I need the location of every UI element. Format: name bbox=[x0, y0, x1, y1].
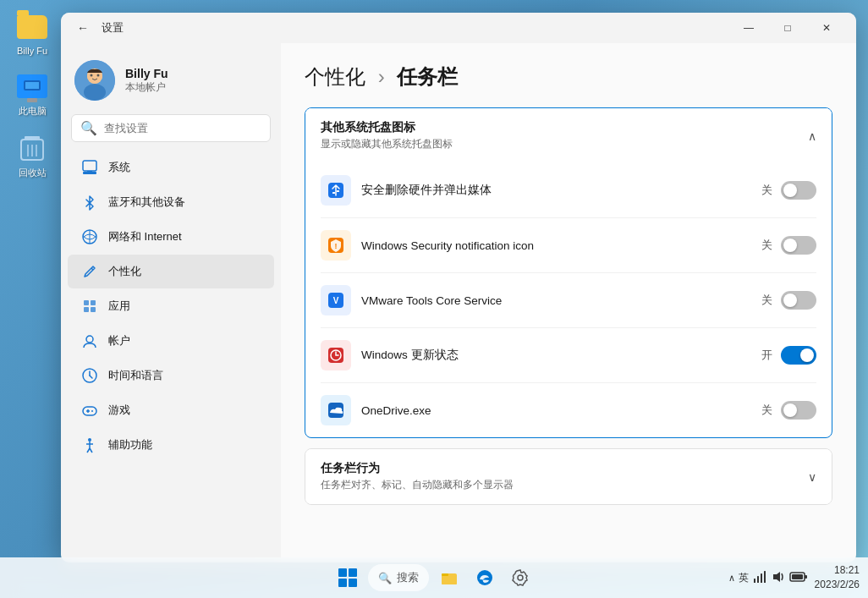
close-button[interactable]: ✕ bbox=[807, 14, 846, 41]
update-toggle[interactable] bbox=[781, 346, 816, 365]
svg-point-31 bbox=[88, 438, 91, 442]
svg-rect-47 bbox=[442, 576, 457, 584]
avatar bbox=[74, 60, 115, 101]
sidebar-item-bluetooth-label: 蓝牙和其他设备 bbox=[108, 195, 185, 210]
win-logo-tr bbox=[349, 568, 357, 577]
folder-icon bbox=[17, 15, 47, 39]
section-behavior-header[interactable]: 任务栏行为 任务栏对齐、标记、自动隐藏和多个显示器 ∨ bbox=[305, 449, 832, 504]
file-explorer-button[interactable] bbox=[434, 562, 464, 593]
sidebar-item-bluetooth[interactable]: 蓝牙和其他设备 bbox=[68, 185, 274, 219]
taskbar-center: 🔍 搜索 bbox=[332, 562, 536, 593]
tray-clock[interactable]: 18:21 2023/2/26 bbox=[815, 563, 860, 592]
edge-button[interactable] bbox=[470, 562, 500, 593]
user-profile[interactable]: Billy Fu 本地帐户 bbox=[61, 52, 281, 114]
section-tray-icons: 其他系统托盘图标 显示或隐藏其他系统托盘图标 ∧ bbox=[305, 107, 832, 438]
section-behavior-info: 任务栏行为 任务栏对齐、标记、自动隐藏和多个显示器 bbox=[321, 461, 514, 492]
sidebar-item-gaming[interactable]: 游戏 bbox=[68, 393, 274, 427]
tray-volume[interactable] bbox=[771, 570, 786, 586]
usb-toggle-area: 关 bbox=[761, 181, 816, 200]
desktop-icon-recycle-label: 回收站 bbox=[19, 167, 47, 179]
desktop: Billy Fu 此电脑 回收站 bbox=[0, 0, 868, 598]
user-info: Billy Fu 本地帐户 bbox=[125, 67, 267, 95]
win-logo-br bbox=[349, 579, 357, 587]
sidebar-item-time[interactable]: 时间和语言 bbox=[68, 359, 274, 392]
tray-network[interactable] bbox=[752, 570, 767, 586]
desktop-icon-recycle[interactable]: 回收站 bbox=[7, 129, 58, 183]
tray-expand[interactable]: ∧ bbox=[728, 573, 735, 584]
onedrive-status: 关 bbox=[761, 403, 772, 418]
sidebar-item-accessibility-label: 辅助功能 bbox=[108, 437, 152, 453]
update-toggle-thumb bbox=[800, 348, 814, 362]
usb-toggle[interactable] bbox=[781, 181, 816, 200]
section-behavior-chevron: ∨ bbox=[808, 470, 816, 484]
settings-taskbar-button[interactable] bbox=[505, 562, 536, 593]
settings-icon bbox=[511, 568, 530, 587]
tray-lang[interactable]: 英 bbox=[739, 571, 749, 585]
onedrive-toggle[interactable] bbox=[781, 401, 816, 420]
windows-logo bbox=[338, 568, 357, 587]
section-tray-chevron: ∧ bbox=[808, 129, 816, 143]
onedrive-label: OneDrive.exe bbox=[361, 404, 751, 417]
title-bar-controls: — □ ✕ bbox=[729, 14, 846, 41]
setting-row-security: ! Windows Security notification icon 关 bbox=[321, 218, 816, 273]
win-logo-tl bbox=[338, 568, 347, 577]
sidebar-item-apps-label: 应用 bbox=[108, 299, 130, 314]
svg-point-23 bbox=[86, 336, 93, 343]
svg-point-50 bbox=[518, 575, 523, 580]
sidebar-item-accounts[interactable]: 帐户 bbox=[68, 324, 274, 358]
minimize-button[interactable]: — bbox=[729, 14, 768, 41]
window-body: Billy Fu 本地帐户 🔍 系统 bbox=[61, 43, 856, 562]
nav-list: 系统 蓝牙和其他设备 网络和 Internet bbox=[61, 151, 281, 462]
security-toggle-area: 关 bbox=[761, 236, 816, 255]
sidebar-item-time-label: 时间和语言 bbox=[108, 368, 163, 383]
user-name: Billy Fu bbox=[125, 67, 267, 80]
vmware-label: VMware Tools Core Service bbox=[361, 294, 751, 307]
maximize-button[interactable]: □ bbox=[768, 14, 807, 41]
setting-row-onedrive: OneDrive.exe 关 bbox=[321, 383, 816, 437]
search-box[interactable]: 🔍 bbox=[71, 114, 271, 142]
sidebar-item-system[interactable]: 系统 bbox=[68, 151, 274, 184]
time-icon bbox=[81, 367, 98, 384]
svg-rect-53 bbox=[761, 573, 762, 583]
security-icon: ! bbox=[321, 230, 351, 261]
desktop-icon-computer[interactable]: 此电脑 bbox=[7, 68, 58, 121]
section-tray-header[interactable]: 其他系统托盘图标 显示或隐藏其他系统托盘图标 ∧ bbox=[305, 108, 832, 163]
taskbar-search[interactable]: 🔍 搜索 bbox=[368, 564, 429, 591]
svg-rect-57 bbox=[792, 574, 803, 579]
sidebar-item-apps[interactable]: 应用 bbox=[68, 289, 274, 323]
security-toggle[interactable] bbox=[781, 236, 816, 255]
sidebar-item-gaming-label: 游戏 bbox=[108, 403, 130, 418]
svg-line-18 bbox=[91, 268, 93, 270]
section-taskbar-behavior: 任务栏行为 任务栏对齐、标记、自动隐藏和多个显示器 ∨ bbox=[305, 448, 832, 505]
vmware-toggle[interactable] bbox=[781, 291, 816, 310]
back-button[interactable]: ← bbox=[71, 16, 95, 40]
vmware-toggle-thumb bbox=[783, 294, 797, 307]
start-button[interactable] bbox=[332, 562, 363, 593]
svg-rect-56 bbox=[805, 575, 807, 579]
onedrive-toggle-area: 关 bbox=[761, 401, 816, 420]
svg-text:V: V bbox=[333, 296, 339, 305]
tray-battery[interactable] bbox=[789, 571, 808, 585]
sidebar-item-accounts-label: 帐户 bbox=[108, 333, 130, 348]
taskbar: 🔍 搜索 bbox=[0, 557, 868, 598]
svg-rect-54 bbox=[764, 571, 766, 583]
svg-line-34 bbox=[87, 448, 90, 453]
sidebar-item-network[interactable]: 网络和 Internet bbox=[68, 220, 274, 254]
vmware-status: 关 bbox=[761, 293, 772, 308]
accounts-icon bbox=[81, 332, 98, 349]
sidebar-item-accessibility[interactable]: 辅助功能 bbox=[68, 428, 274, 462]
setting-row-update: Windows 更新状态 开 bbox=[321, 328, 816, 383]
search-input[interactable] bbox=[104, 122, 261, 134]
svg-rect-51 bbox=[754, 579, 755, 583]
desktop-icons: Billy Fu 此电脑 回收站 bbox=[7, 8, 58, 183]
file-explorer-icon bbox=[440, 568, 459, 587]
breadcrumb-parent: 个性化 bbox=[305, 65, 365, 88]
sidebar-item-personalize[interactable]: 个性化 bbox=[68, 255, 274, 288]
section-behavior-subtitle: 任务栏对齐、标记、自动隐藏和多个显示器 bbox=[321, 478, 514, 492]
page-header: 个性化 › 任务栏 bbox=[305, 63, 832, 91]
onedrive-icon bbox=[321, 395, 351, 425]
sidebar: Billy Fu 本地帐户 🔍 系统 bbox=[61, 43, 281, 562]
desktop-icon-folder[interactable]: Billy Fu bbox=[7, 8, 58, 59]
setting-row-vmware: V VMware Tools Core Service 关 bbox=[321, 273, 816, 328]
usb-label: 安全删除硬件并弹出媒体 bbox=[361, 183, 751, 198]
